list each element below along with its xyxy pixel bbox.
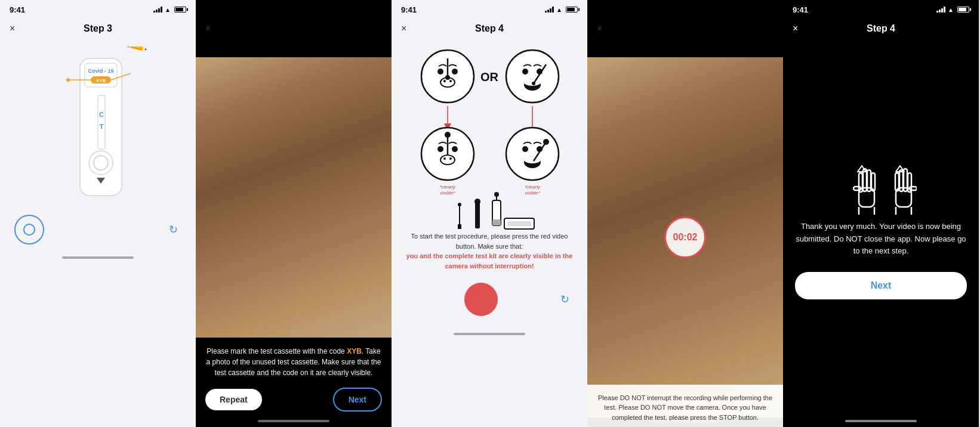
status-time-3: 9:41 bbox=[401, 5, 417, 14]
svg-point-17 bbox=[452, 69, 458, 75]
hands-raised-icon bbox=[845, 161, 917, 221]
signal-bar bbox=[158, 8, 160, 13]
record-button[interactable] bbox=[464, 283, 498, 316]
code-highlight-2: XYB bbox=[347, 347, 362, 355]
repeat-button[interactable]: Repeat bbox=[205, 389, 262, 410]
svg-text:XYB: XYB bbox=[96, 78, 106, 83]
signal-bar bbox=[944, 7, 945, 13]
status-time-5: 9:41 bbox=[793, 5, 808, 14]
camera-overlay-text-2: Please mark the test cassette with the c… bbox=[196, 338, 392, 382]
signal-bar bbox=[936, 11, 938, 13]
close-button-5[interactable]: × bbox=[793, 23, 798, 34]
svg-point-41 bbox=[506, 128, 559, 180]
svg-rect-9 bbox=[98, 95, 105, 149]
svg-point-22 bbox=[445, 75, 450, 80]
status-bar-5: 9:41 ▲ bbox=[783, 0, 979, 17]
svg-text:visible*: visible* bbox=[525, 190, 540, 196]
status-icons-3: ▲ bbox=[545, 7, 578, 13]
status-icons-2: ▲ bbox=[349, 7, 382, 13]
signal-bar bbox=[550, 8, 551, 13]
signal-icon-2 bbox=[349, 7, 358, 13]
camera4-body-text: Please DO NOT interrupt the recording wh… bbox=[597, 393, 773, 423]
wifi-icon-4: ▲ bbox=[752, 7, 758, 13]
nav-bar-3: × Step 4 bbox=[392, 17, 587, 41]
svg-point-58 bbox=[494, 192, 499, 197]
svg-text:C: C bbox=[99, 111, 104, 118]
step4-description-area: To start the test procedure, please pres… bbox=[392, 231, 587, 271]
status-bar-2: 9:41 ▲ bbox=[196, 0, 392, 17]
step4-svg: OR bbox=[400, 41, 579, 231]
signal-bar bbox=[545, 11, 547, 13]
close-button-4[interactable]: × bbox=[597, 23, 602, 34]
battery-fill bbox=[763, 8, 771, 11]
signal-icon-4 bbox=[741, 7, 750, 13]
nav-bar-1: × Step 3 bbox=[0, 17, 196, 41]
signal-bar bbox=[745, 8, 747, 13]
svg-point-19 bbox=[443, 80, 446, 82]
camera-view-2 bbox=[196, 57, 392, 338]
refresh-button-3[interactable]: ↻ bbox=[556, 291, 573, 308]
screen-1: 9:41 ▲ × Step 3 Covid - 19 bbox=[0, 0, 196, 427]
svg-point-16 bbox=[437, 69, 443, 75]
battery-fill bbox=[567, 8, 575, 11]
camera-description-2: Please mark the test cassette with the c… bbox=[205, 346, 382, 378]
close-button-3[interactable]: × bbox=[401, 23, 406, 34]
capture-button-1[interactable] bbox=[14, 215, 44, 245]
nav-bar-4: × Step 4 bbox=[587, 17, 783, 41]
screen-5: 9:41 ▲ × Step 4 bbox=[783, 0, 979, 427]
dark-content-area: Thank you very much. Your video is now b… bbox=[783, 41, 979, 420]
status-icons-4: ▲ bbox=[741, 7, 773, 13]
camera-blur-2 bbox=[196, 57, 392, 338]
battery-fill bbox=[959, 8, 966, 11]
home-indicator-4 bbox=[649, 420, 721, 422]
status-icons-5: ▲ bbox=[936, 7, 969, 13]
next-button-5[interactable]: Next bbox=[795, 272, 967, 299]
status-time-4: 9:41 bbox=[597, 5, 612, 14]
battery-icon-2 bbox=[370, 7, 382, 13]
step4-description-text: To start the test procedure, please pres… bbox=[401, 231, 578, 271]
svg-point-33 bbox=[452, 146, 458, 152]
nav-title-4: Step 4 bbox=[671, 23, 699, 34]
signal-bar bbox=[743, 10, 745, 13]
svg-point-20 bbox=[449, 80, 452, 82]
svg-rect-74 bbox=[895, 173, 899, 191]
refresh-button-1[interactable]: ↻ bbox=[165, 221, 181, 238]
svg-rect-65 bbox=[871, 173, 875, 191]
signal-bar bbox=[156, 10, 158, 13]
status-bar-1: 9:41 ▲ bbox=[0, 0, 196, 17]
signal-bar bbox=[748, 7, 750, 13]
svg-point-30 bbox=[532, 82, 535, 85]
next-button-2[interactable]: Next bbox=[333, 388, 382, 411]
close-button-2[interactable]: × bbox=[205, 23, 211, 34]
battery-fill bbox=[175, 8, 183, 11]
step4-illustration: OR bbox=[392, 41, 587, 231]
signal-bar bbox=[349, 11, 351, 13]
signal-bar bbox=[354, 8, 356, 13]
nav-bar-2: × Step 3 bbox=[196, 17, 392, 41]
wifi-icon-5: ▲ bbox=[948, 7, 954, 13]
status-bar-3: 9:41 ▲ bbox=[392, 0, 587, 17]
svg-rect-56 bbox=[492, 219, 501, 225]
svg-point-13 bbox=[94, 156, 108, 170]
signal-bar bbox=[741, 11, 742, 13]
close-button-1[interactable]: × bbox=[10, 23, 15, 34]
timer-overlay: 00:02 bbox=[664, 216, 706, 258]
signal-bar bbox=[153, 11, 155, 13]
nav-title-2: Step 3 bbox=[279, 23, 308, 34]
step4-highlight-text: you and the complete test kit are clearl… bbox=[406, 252, 573, 270]
dark-body-text: Thank you very much. Your video is now b… bbox=[795, 221, 967, 258]
battery-icon-3 bbox=[566, 7, 578, 13]
svg-point-35 bbox=[443, 157, 446, 160]
screen-2: 9:41 ▲ × Step 3 Please mark the test cas… bbox=[196, 0, 392, 427]
status-bar-4: 9:41 ▲ bbox=[587, 0, 783, 17]
svg-point-47 bbox=[543, 139, 549, 145]
wifi-icon-1: ▲ bbox=[165, 7, 171, 13]
signal-icon-5 bbox=[936, 7, 945, 13]
signal-bar bbox=[161, 7, 162, 13]
signal-icon-1 bbox=[153, 7, 162, 13]
camera-bottom-controls-2: Repeat Next bbox=[196, 382, 392, 417]
home-indicator-2 bbox=[258, 420, 329, 422]
status-time-1: 9:41 bbox=[10, 5, 25, 14]
home-indicator-1 bbox=[62, 256, 134, 259]
nav-bar-5: × Step 4 bbox=[783, 17, 979, 41]
